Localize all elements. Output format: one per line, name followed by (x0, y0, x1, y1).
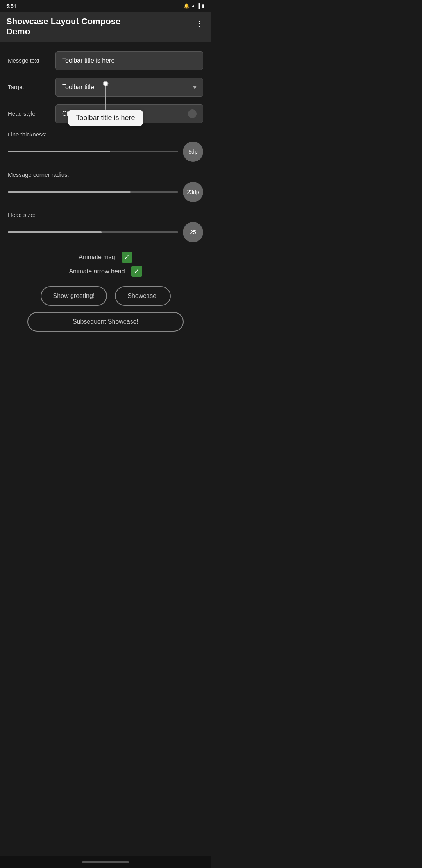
head-size-value: 25 (183, 222, 203, 242)
battery-icon: ▮ (202, 3, 205, 9)
corner-radius-label: Message corner radius: (8, 171, 203, 178)
corner-radius-value: 23dp (183, 182, 203, 202)
head-size-label: Head size: (8, 212, 203, 218)
line-thickness-track[interactable] (8, 151, 178, 152)
more-options-button[interactable]: ⋮ (194, 17, 205, 30)
line-thickness-label: Line thickness: (8, 131, 203, 138)
tooltip-bubble: Toolbar title is here (68, 110, 143, 126)
showcase-button[interactable]: Showcase! (115, 286, 170, 306)
subsequent-showcase-button[interactable]: Subsequent Showcase! (27, 312, 184, 332)
checkmark-icon-2: ✓ (134, 267, 139, 276)
head-size-track[interactable] (8, 231, 178, 233)
corner-radius-fill (8, 191, 131, 193)
corner-radius-track[interactable] (8, 191, 178, 193)
status-icons: 🔔 ▲ ▐ ▮ (184, 3, 205, 9)
tooltip-container: Toolbar title is here (68, 81, 143, 126)
show-greeting-button[interactable]: Show greeting! (41, 286, 107, 306)
head-size-section: Head size: 25 (8, 212, 203, 242)
animate-msg-row: Animate msg ✓ (8, 252, 203, 263)
animate-msg-label: Animate msg (79, 254, 115, 261)
circle-icon (188, 109, 197, 118)
animate-msg-checkbox[interactable]: ✓ (122, 252, 132, 263)
message-text-label: Messge text (8, 57, 51, 64)
target-label: Target (8, 84, 51, 90)
status-bar: 5:54 🔔 ▲ ▐ ▮ (0, 0, 211, 12)
animate-arrow-head-row: Animate arrow head ✓ (8, 266, 203, 277)
status-time: 5:54 (6, 3, 16, 9)
corner-radius-section: Message corner radius: 23dp (8, 171, 203, 202)
primary-buttons-row: Show greeting! Showcase! (8, 286, 203, 306)
line-thickness-fill (8, 151, 110, 152)
app-toolbar: Showcase Layout ComposeDemo ⋮ (0, 12, 211, 42)
head-size-slider-row: 25 (8, 222, 203, 242)
toolbar-title: Showcase Layout ComposeDemo (6, 16, 194, 37)
corner-radius-slider-row: 23dp (8, 182, 203, 202)
message-text-row: Messge text (8, 51, 203, 70)
notification-icon: 🔔 (184, 3, 190, 9)
animate-arrow-head-checkbox[interactable]: ✓ (131, 266, 142, 277)
tooltip-text: Toolbar title is here (76, 114, 135, 122)
tooltip-line (105, 86, 106, 110)
animate-arrow-head-label: Animate arrow head (69, 268, 125, 275)
wifi-icon: ▲ (191, 3, 196, 9)
subsequent-showcase-container: Subsequent Showcase! (8, 312, 203, 332)
main-content: Toolbar title is here Messge text Target… (0, 42, 211, 353)
tooltip-anchor-dot (103, 81, 108, 86)
checkmark-icon: ✓ (124, 253, 130, 262)
line-thickness-slider-row: 5dp (8, 142, 203, 162)
message-text-input[interactable] (55, 51, 203, 70)
line-thickness-section: Line thickness: 5dp (8, 131, 203, 162)
signal-icon: ▐ (197, 3, 200, 9)
head-size-fill (8, 231, 102, 233)
line-thickness-value: 5dp (183, 142, 203, 162)
head-style-label: Head style (8, 110, 51, 117)
chevron-down-icon: ▾ (193, 83, 197, 91)
